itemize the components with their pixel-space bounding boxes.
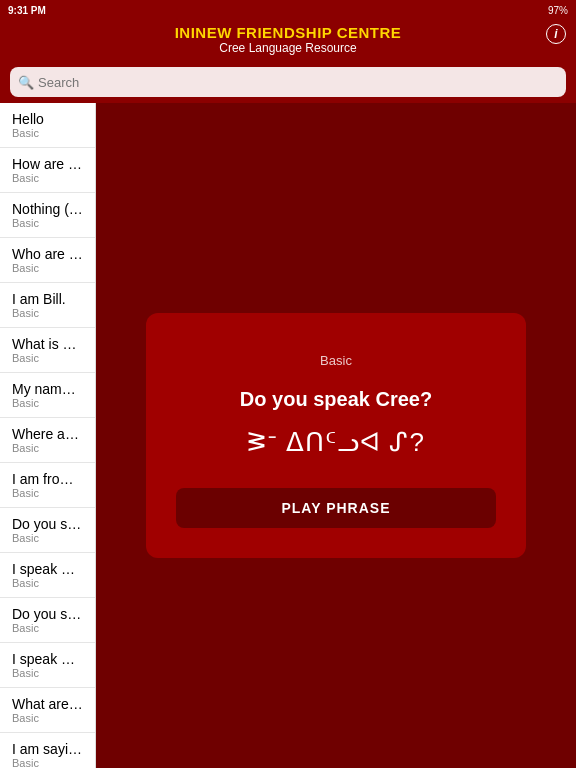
list-item-subtitle: Basic [12, 712, 83, 724]
search-bar: 🔍 [0, 61, 576, 103]
list-item-title: I am Bill. [12, 291, 83, 307]
list-item-title: I am saying hell... [12, 741, 83, 757]
app-header: ININEW FRIENDSHIP CENTRE Cree Language R… [0, 20, 576, 61]
list-item[interactable]: Do you speak C... Basic [0, 508, 95, 553]
list-item[interactable]: I speak Cree. Basic [0, 553, 95, 598]
list-item[interactable]: Nothing (traditi... Basic [0, 193, 95, 238]
play-button[interactable]: PLAY PHRASE [176, 488, 496, 528]
list-item-title: Where are you... [12, 426, 83, 442]
list-item-title: My name is Bill. [12, 381, 83, 397]
status-bar: 9:31 PM 97% [0, 0, 576, 20]
list-item-subtitle: Basic [12, 172, 83, 184]
list-item-title: I speak Cree. [12, 561, 83, 577]
card-cree: ᕒᐨ ᐃᑎᑦᓗᐊ ᔑ? [176, 427, 496, 458]
app-subtitle: Cree Language Resource [40, 41, 536, 55]
list-item[interactable]: What is your na... Basic [0, 328, 95, 373]
list-item-subtitle: Basic [12, 667, 83, 679]
list-item[interactable]: Where are you... Basic [0, 418, 95, 463]
list-item-title: I speak English. [12, 651, 83, 667]
list-item-title: Who are you? [12, 246, 83, 262]
list-item-title: What is your na... [12, 336, 83, 352]
list-item-subtitle: Basic [12, 487, 83, 499]
phrase-card: Basic Do you speak Cree? ᕒᐨ ᐃᑎᑦᓗᐊ ᔑ? PLA… [146, 313, 526, 558]
list-item-subtitle: Basic [12, 262, 83, 274]
list-item[interactable]: Who are you? Basic [0, 238, 95, 283]
list-item[interactable]: I speak English. Basic [0, 643, 95, 688]
list-item-title: Do you speak E... [12, 606, 83, 622]
battery-icon: 97% [548, 5, 568, 16]
list-item-title: Nothing (traditi... [12, 201, 83, 217]
phrase-overlay: Basic Do you speak Cree? ᕒᐨ ᐃᑎᑦᓗᐊ ᔑ? PLA… [96, 103, 576, 768]
list-item[interactable]: My name is Bill. Basic [0, 373, 95, 418]
list-item-subtitle: Basic [12, 127, 83, 139]
list-item[interactable]: Hello Basic [0, 103, 95, 148]
list-item-title: Hello [12, 111, 83, 127]
card-category: Basic [176, 353, 496, 368]
list-item-title: What are you sa... [12, 696, 83, 712]
list-item-subtitle: Basic [12, 397, 83, 409]
status-time: 9:31 PM [8, 5, 46, 16]
list-item[interactable]: I am saying hell... Basic [0, 733, 95, 768]
info-icon[interactable]: i [546, 24, 566, 44]
list-item[interactable]: What are you sa... Basic [0, 688, 95, 733]
card-english: Do you speak Cree? [176, 388, 496, 411]
list-item[interactable]: I am from Attaw... Basic [0, 463, 95, 508]
list-item[interactable]: Do you speak E... Basic [0, 598, 95, 643]
search-input[interactable] [10, 67, 566, 97]
list-item-subtitle: Basic [12, 622, 83, 634]
list-item[interactable]: I am Bill. Basic [0, 283, 95, 328]
list-item-subtitle: Basic [12, 307, 83, 319]
list-item-subtitle: Basic [12, 757, 83, 768]
list-item-subtitle: Basic [12, 442, 83, 454]
list-item-subtitle: Basic [12, 577, 83, 589]
status-right: 97% [548, 5, 568, 16]
list-item-title: Do you speak C... [12, 516, 83, 532]
list-item-title: How are you? [12, 156, 83, 172]
list-item-subtitle: Basic [12, 532, 83, 544]
list-item-subtitle: Basic [12, 217, 83, 229]
list-item-title: I am from Attaw... [12, 471, 83, 487]
list-item[interactable]: How are you? Basic [0, 148, 95, 193]
list-item-subtitle: Basic [12, 352, 83, 364]
content-area: Hello Basic How are you? Basic Nothing (… [0, 103, 576, 768]
app-title: ININEW FRIENDSHIP CENTRE [40, 24, 536, 41]
phrase-list: Hello Basic How are you? Basic Nothing (… [0, 103, 96, 768]
